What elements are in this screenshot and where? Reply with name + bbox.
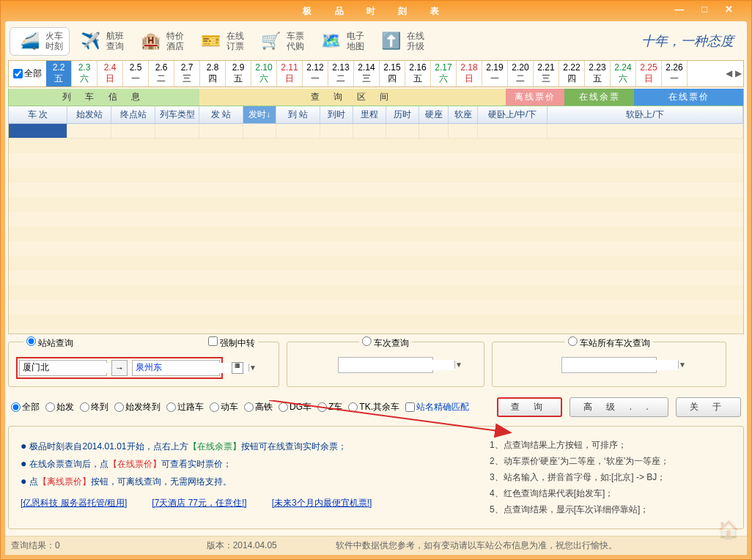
minimize-icon[interactable]: — xyxy=(672,4,696,15)
date-cell[interactable]: 2.9五 xyxy=(226,61,251,86)
date-cell[interactable]: 2.4日 xyxy=(97,61,123,86)
date-cell[interactable]: 2.26一 xyxy=(662,61,688,86)
filter-dg[interactable]: DG车 xyxy=(279,401,312,413)
slogan-text: 十年，一种态度 xyxy=(641,32,742,50)
date-cell[interactable]: 2.6二 xyxy=(149,61,174,86)
col-soft-seat[interactable]: 软座 xyxy=(449,106,478,123)
table-row[interactable] xyxy=(9,124,743,139)
date-cell[interactable]: 2.17六 xyxy=(431,61,457,86)
station-all-input[interactable] xyxy=(562,360,678,370)
col-arrive-time[interactable]: 到时 xyxy=(320,106,353,123)
about-button[interactable]: 关 于 xyxy=(676,397,741,417)
date-cell[interactable]: 2.21三 xyxy=(534,61,559,86)
status-bar: 查询结果：0 版本：2014.04.05 软件中数据供您参考，如有变动请以车站公… xyxy=(5,536,747,555)
train-no-query-panel: 车次查询 ▼ xyxy=(287,342,484,387)
filter-start[interactable]: 始发 xyxy=(45,401,74,413)
train-no-input[interactable] xyxy=(339,360,454,370)
chevron-down-icon[interactable]: ▼ xyxy=(678,361,686,369)
toolbar-upgrade[interactable]: ⬆️在线 升级 xyxy=(372,28,430,55)
date-cell[interactable]: 2.16五 xyxy=(405,61,431,86)
filter-z[interactable]: Z车 xyxy=(317,401,342,413)
col-hard-sleeper[interactable]: 硬卧上/中/下 xyxy=(478,106,548,123)
date-cell[interactable]: 2.19一 xyxy=(482,61,508,86)
toolbar-train[interactable]: 🚄火车 时刻 xyxy=(10,27,70,56)
query-button[interactable]: 查 询 xyxy=(497,397,562,417)
date-cell[interactable]: 2.20二 xyxy=(508,61,534,86)
filter-end[interactable]: 终到 xyxy=(80,401,108,413)
section-offline-price[interactable]: 离线票价 xyxy=(506,89,564,106)
station-all-query-radio[interactable]: 车站所有车次查询 xyxy=(568,336,650,350)
filter-gao[interactable]: 高铁 xyxy=(244,401,273,413)
chevron-down-icon[interactable]: ▼ xyxy=(454,361,462,369)
date-cell[interactable]: 2.11日 xyxy=(277,61,303,86)
info-box: ●极品时刻表自2014.01.01开始，点右上方【在线余票】按钮可在线查询实时余… xyxy=(8,426,744,529)
date-cell[interactable]: 2.10六 xyxy=(251,61,277,86)
col-arrive-station[interactable]: 到 站 xyxy=(276,106,320,123)
date-cell[interactable]: 2.24六 xyxy=(611,61,636,86)
close-icon[interactable]: ✕ xyxy=(723,4,745,15)
filter-pass[interactable]: 过路车 xyxy=(166,401,204,413)
advanced-button[interactable]: 高 级 . . xyxy=(569,397,668,417)
train-no-query-radio[interactable]: 车次查询 xyxy=(362,336,409,350)
toolbar-hotel[interactable]: 🏨特价 酒店 xyxy=(131,28,190,55)
date-cell[interactable]: 2.15四 xyxy=(380,61,405,86)
station-all-combo[interactable]: ▼ xyxy=(561,357,657,373)
cart-icon: 🛒 xyxy=(257,31,284,51)
chevron-down-icon[interactable]: ▼ xyxy=(248,364,257,372)
filter-dong[interactable]: 动车 xyxy=(210,401,238,413)
date-scroll-right[interactable]: ▶ xyxy=(734,68,743,78)
col-distance[interactable]: 里程 xyxy=(353,106,386,123)
date-cell[interactable]: 2.12一 xyxy=(303,61,328,86)
link-flight[interactable]: [未来3个月内最便宜机票!] xyxy=(272,497,372,509)
result-grid[interactable] xyxy=(8,124,744,334)
filter-tk[interactable]: TK.其余车 xyxy=(348,401,399,413)
col-hard-seat[interactable]: 硬座 xyxy=(419,106,449,123)
section-query-range: 查 询 区 间 xyxy=(199,89,506,106)
main-toolbar: 🚄火车 时刻 ✈️航班 查询 🏨特价 酒店 🎫在线 订票 🛒车票 代购 🗺️电子… xyxy=(8,24,744,59)
col-depart-station[interactable]: 发 站 xyxy=(199,106,243,123)
date-cell[interactable]: 2.2五 xyxy=(46,61,72,86)
filter-radios: 全部 始发 终到 始发终到 过路车 动车 高铁 DG车 Z车 TK.其余车 站名… xyxy=(8,396,744,419)
section-online-price[interactable]: 在线票价 xyxy=(634,89,743,106)
toolbar-proxy[interactable]: 🛒车票 代购 xyxy=(251,28,310,55)
toolbar-flight[interactable]: ✈️航班 查询 xyxy=(71,28,130,55)
date-cell[interactable]: 2.14三 xyxy=(354,61,380,86)
date-cell[interactable]: 2.8四 xyxy=(200,61,226,86)
date-scroll-left[interactable]: ◀ xyxy=(724,68,734,78)
status-note: 软件中数据供您参考，如有变动请以车站公布信息为准，祝您出行愉快。 xyxy=(336,539,617,552)
filter-startend[interactable]: 始发终到 xyxy=(114,401,161,413)
col-start-station[interactable]: 始发站 xyxy=(67,106,111,123)
watermark: 🏠 xyxy=(718,520,740,540)
section-online-remain[interactable]: 在线余票 xyxy=(564,89,634,106)
col-end-station[interactable]: 终点站 xyxy=(111,106,155,123)
link-hotel[interactable]: [7天酒店 77元，任意住!] xyxy=(152,497,246,509)
to-station-combo[interactable]: ▼ xyxy=(132,360,220,376)
swap-stations-button[interactable]: → xyxy=(111,360,128,376)
col-train-no[interactable]: 车 次 xyxy=(9,106,67,123)
col-train-type[interactable]: 列车类型 xyxy=(155,106,199,123)
link-server[interactable]: [亿恩科技 服务器托管/租用] xyxy=(21,497,127,509)
station-query-radio[interactable]: 站站查询 xyxy=(26,336,73,350)
date-cell[interactable]: 2.23五 xyxy=(585,61,611,86)
filter-all[interactable]: 全部 xyxy=(11,401,40,413)
date-cell[interactable]: 2.7三 xyxy=(174,61,200,86)
calendar-icon[interactable]: ▦ xyxy=(232,362,243,374)
date-cell[interactable]: 2.5一 xyxy=(123,61,149,86)
force-transfer-checkbox[interactable]: 强制中转 xyxy=(208,336,255,350)
date-cell[interactable]: 2.22四 xyxy=(559,61,585,86)
col-soft-sleeper[interactable]: 软卧上/下 xyxy=(548,106,743,123)
exact-match-checkbox[interactable]: 站名精确匹配 xyxy=(405,401,469,413)
date-cell[interactable]: 2.13二 xyxy=(328,61,354,86)
train-no-combo[interactable]: ▼ xyxy=(338,357,433,373)
train-icon: 🚄 xyxy=(16,31,43,51)
toolbar-book[interactable]: 🎫在线 订票 xyxy=(191,28,250,55)
col-depart-time[interactable]: 发时↓ xyxy=(243,106,276,123)
all-dates-checkbox[interactable]: 全部 xyxy=(9,67,46,80)
from-station-combo[interactable]: ▼ xyxy=(19,360,107,376)
maximize-icon[interactable]: □ xyxy=(699,4,720,15)
date-cell[interactable]: 2.3六 xyxy=(72,61,97,86)
toolbar-map[interactable]: 🗺️电子 地图 xyxy=(312,28,370,55)
date-cell[interactable]: 2.18日 xyxy=(457,61,482,86)
col-duration[interactable]: 历时 xyxy=(386,106,419,123)
date-cell[interactable]: 2.25日 xyxy=(636,61,662,86)
